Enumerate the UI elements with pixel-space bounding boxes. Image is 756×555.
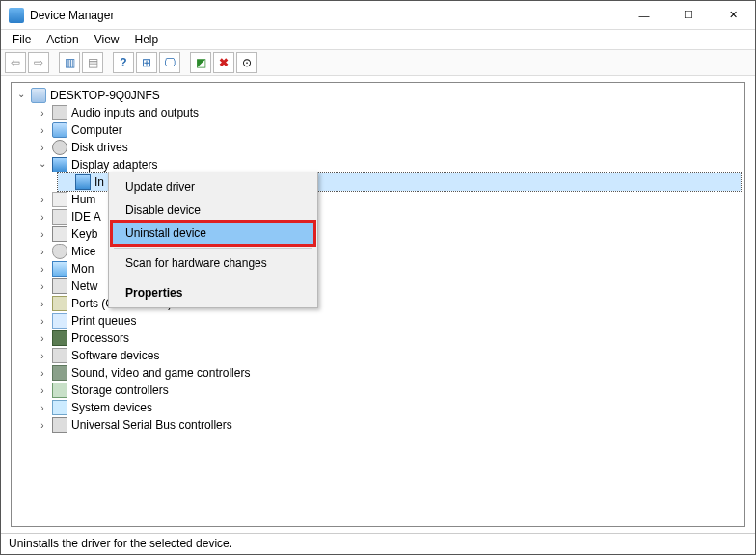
expand-icon[interactable] <box>37 280 48 292</box>
toolbar-properties-button[interactable]: ▤ <box>82 52 103 73</box>
expand-icon[interactable] <box>37 419 48 431</box>
keyboard-icon <box>52 226 68 242</box>
window-buttons: — ☐ ✕ <box>622 1 755 30</box>
tree-category[interactable]: Processors <box>37 330 741 347</box>
category-label: Display adapters <box>71 158 157 172</box>
print-icon <box>52 313 68 329</box>
expand-icon[interactable] <box>37 263 48 275</box>
computer-icon <box>52 122 68 138</box>
tree-category[interactable]: System devices <box>37 399 741 416</box>
category-label: Hum <box>71 193 95 206</box>
monitor-icon <box>52 261 68 277</box>
minimize-button[interactable]: — <box>622 1 666 30</box>
hid-icon <box>52 192 68 207</box>
toolbar-view-button[interactable]: ⊞ <box>136 52 157 73</box>
expand-icon[interactable] <box>15 90 27 101</box>
tree-root[interactable]: DESKTOP-9Q0JNFS <box>15 87 741 104</box>
tree-category[interactable]: Audio inputs and outputs <box>37 104 741 121</box>
toolbar-scan-button[interactable]: ⊙ <box>236 52 257 73</box>
category-label: IDE A <box>71 210 101 224</box>
category-label: Storage controllers <box>71 383 169 397</box>
menu-file[interactable]: File <box>7 31 37 48</box>
expand-icon[interactable] <box>37 211 48 223</box>
category-label: Software devices <box>71 349 159 362</box>
ctx-separator <box>114 248 312 249</box>
expand-icon[interactable] <box>37 350 48 361</box>
tree-category[interactable]: Print queues <box>37 312 741 330</box>
category-label: Mice <box>71 245 95 258</box>
expand-icon[interactable] <box>37 402 48 413</box>
expand-icon[interactable] <box>37 246 48 257</box>
storage-icon <box>52 383 68 398</box>
status-bar: Uninstalls the driver for the selected d… <box>1 533 755 554</box>
toolbar-show-hide-button[interactable]: ▥ <box>59 52 80 73</box>
app-icon <box>9 8 24 23</box>
category-label: System devices <box>71 401 152 414</box>
context-menu: Update driver Disable device Uninstall d… <box>108 172 318 308</box>
title-bar: Device Manager — ☐ ✕ <box>1 1 755 30</box>
ide-icon <box>52 209 68 225</box>
ctx-uninstall-device[interactable]: Uninstall device <box>112 222 314 245</box>
status-text: Uninstalls the driver for the selected d… <box>9 537 232 550</box>
tree-category[interactable]: Computer <box>37 121 741 139</box>
close-button[interactable]: ✕ <box>711 1 755 30</box>
category-label: Processors <box>71 331 129 345</box>
category-label: Netw <box>71 279 97 293</box>
ports-icon <box>52 296 68 311</box>
tree-category[interactable]: Universal Serial Bus controllers <box>37 416 741 434</box>
computer-icon <box>31 88 46 103</box>
expand-icon[interactable] <box>37 315 48 327</box>
expand-icon[interactable] <box>37 124 48 136</box>
category-label: Disk drives <box>71 141 128 154</box>
ctx-separator <box>114 278 312 278</box>
expand-icon[interactable] <box>37 107 48 119</box>
expand-icon[interactable] <box>37 159 48 171</box>
expand-icon[interactable] <box>37 332 48 344</box>
expand-icon[interactable] <box>37 298 48 309</box>
category-label: Universal Serial Bus controllers <box>71 418 232 432</box>
maximize-button[interactable]: ☐ <box>666 1 711 30</box>
expand-icon[interactable] <box>37 228 48 240</box>
ctx-update-driver[interactable]: Update driver <box>112 175 314 198</box>
menu-action[interactable]: Action <box>40 31 84 48</box>
category-label: Computer <box>71 123 122 137</box>
toolbar-forward-button[interactable]: ⇨ <box>28 52 49 73</box>
toolbar-add-button[interactable]: ◩ <box>190 52 211 73</box>
toolbar-back-button[interactable]: ⇦ <box>5 52 26 73</box>
expand-icon[interactable] <box>37 142 48 153</box>
audio-icon <box>52 105 68 120</box>
tree-category[interactable]: Storage controllers <box>37 382 741 399</box>
root-label: DESKTOP-9Q0JNFS <box>50 89 160 102</box>
mouse-icon <box>52 244 68 259</box>
expand-icon[interactable] <box>37 367 48 379</box>
cpu-icon <box>52 330 68 346</box>
toolbar: ⇦ ⇨ ▥ ▤ ? ⊞ 🖵 ◩ ✖ ⊙ <box>1 49 755 76</box>
ctx-scan-hardware[interactable]: Scan for hardware changes <box>112 251 314 275</box>
toolbar-remove-button[interactable]: ✖ <box>213 52 234 73</box>
soft-icon <box>52 348 68 363</box>
category-label: Mon <box>71 262 94 276</box>
tree-category[interactable]: Software devices <box>37 347 741 364</box>
expand-icon[interactable] <box>37 384 48 396</box>
ctx-properties[interactable]: Properties <box>112 281 314 304</box>
system-icon <box>52 400 68 415</box>
menu-help[interactable]: Help <box>129 31 165 48</box>
toolbar-monitor-button[interactable]: 🖵 <box>159 52 180 73</box>
expand-icon[interactable] <box>37 194 48 205</box>
menu-bar: File Action View Help <box>1 30 755 49</box>
display-icon <box>52 157 68 172</box>
toolbar-help-button[interactable]: ? <box>113 52 134 73</box>
usb-icon <box>52 417 68 433</box>
disk-icon <box>52 140 68 155</box>
content-area: DESKTOP-9Q0JNFS Audio inputs and outputs… <box>1 76 755 533</box>
category-label: Audio inputs and outputs <box>71 106 199 119</box>
category-label: Keyb <box>71 227 97 241</box>
category-label: Print queues <box>71 314 136 328</box>
display-icon <box>75 174 91 190</box>
ctx-disable-device[interactable]: Disable device <box>112 198 314 222</box>
category-label: Sound, video and game controllers <box>71 366 250 380</box>
menu-view[interactable]: View <box>89 31 125 48</box>
sound-icon <box>52 365 68 381</box>
tree-category[interactable]: Disk drives <box>37 139 741 156</box>
tree-category[interactable]: Sound, video and game controllers <box>37 364 741 382</box>
